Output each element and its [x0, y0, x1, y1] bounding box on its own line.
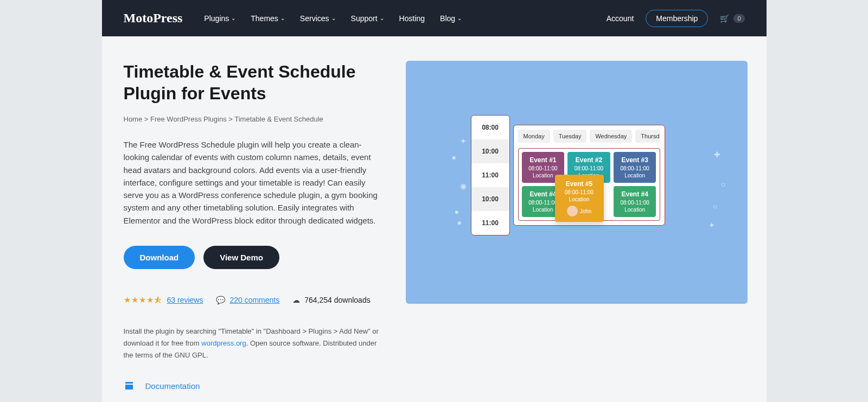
resource-links: Documentation Forum [124, 380, 384, 402]
download-icon: ☁ [292, 296, 300, 304]
nav-blog[interactable]: Blog⌄ [440, 14, 462, 23]
stats-row: ★★★★⯪ 63 reviews 💬 220 comments ☁ 764,25… [124, 295, 384, 305]
main-nav: Plugins⌄ Themes⌄ Services⌄ Support⌄ Host… [204, 14, 606, 23]
preview-image: ✦ ● ◉ ● ● ✚ ○ ○ ✦ 08:00 10:00 11:00 10:0… [406, 61, 748, 304]
cart-count-badge: 0 [733, 14, 744, 23]
featured-event-card: Event #5 08:00-11:00 Location John [555, 175, 604, 222]
chevron-down-icon: ⌄ [380, 15, 384, 21]
day-tab: Thursd [635, 130, 660, 143]
page-title: Timetable & Event Schedule Plugin for Ev… [124, 61, 384, 104]
description: The Free WordPress Schedule plugin will … [124, 138, 384, 227]
cart-icon: 🛒 [720, 14, 729, 23]
nav-hosting[interactable]: Hosting [399, 14, 425, 23]
event-card: Event #3 08:00-11:00 Location [614, 152, 656, 183]
day-tab: Tuesday [553, 130, 587, 143]
download-button[interactable]: Download [124, 246, 195, 269]
event-card: Event #4 08:00-11:00 Location [614, 186, 656, 217]
nav-plugins[interactable]: Plugins⌄ [204, 14, 235, 23]
cart-button[interactable]: 🛒 0 [720, 14, 744, 23]
header-right: Account Membership 🛒 0 [607, 10, 745, 27]
comment-icon: 💬 [216, 296, 225, 304]
document-icon [124, 380, 135, 391]
day-tab: Wednesday [590, 130, 632, 143]
membership-button[interactable]: Membership [646, 10, 708, 27]
main-content: Timetable & Event Schedule Plugin for Ev… [102, 36, 767, 402]
logo[interactable]: MotoPress [124, 11, 183, 25]
view-demo-button[interactable]: View Demo [203, 246, 279, 269]
chevron-down-icon: ⌄ [280, 15, 285, 21]
nav-themes[interactable]: Themes⌄ [251, 14, 285, 23]
chevron-down-icon: ⌄ [331, 15, 336, 21]
header: MotoPress Plugins⌄ Themes⌄ Services⌄ Sup… [102, 0, 767, 36]
nav-support[interactable]: Support⌄ [351, 14, 384, 23]
avatar-icon [567, 206, 578, 216]
breadcrumb-home[interactable]: Home [124, 115, 143, 123]
breadcrumb: Home > Free WordPress Plugins > Timetabl… [124, 115, 384, 123]
downloads-count: 764,254 downloads [304, 296, 370, 304]
reviews-link[interactable]: 63 reviews [167, 296, 203, 304]
comments-link[interactable]: 220 comments [229, 296, 279, 304]
breadcrumb-current: Timetable & Event Schedule [234, 115, 323, 123]
account-link[interactable]: Account [607, 14, 634, 23]
wordpress-org-link[interactable]: wordpress.org [201, 339, 246, 347]
time-column: 08:00 10:00 11:00 10:00 11:00 [471, 115, 510, 235]
install-note: Install the plugin by searching "Timetab… [124, 326, 384, 361]
day-tab: Monday [518, 130, 550, 143]
star-rating-icon: ★★★★⯪ [124, 295, 163, 305]
chevron-down-icon: ⌄ [231, 15, 235, 21]
action-buttons: Download View Demo [124, 246, 384, 269]
svg-rect-0 [125, 382, 133, 384]
documentation-link[interactable]: Documentation [124, 380, 384, 391]
nav-services[interactable]: Services⌄ [300, 14, 336, 23]
chevron-down-icon: ⌄ [457, 15, 462, 21]
svg-rect-1 [125, 385, 133, 390]
breadcrumb-plugins[interactable]: Free WordPress Plugins [150, 115, 227, 123]
